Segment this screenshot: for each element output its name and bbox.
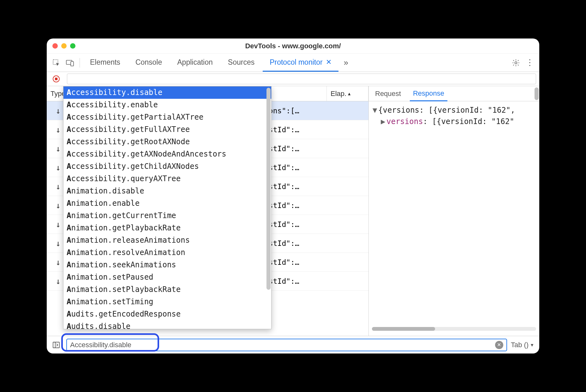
autocomplete-item[interactable]: Audits.disable: [63, 320, 271, 329]
messages-panel: Type se Elap.▲ ↓ions":[…↓estId":…↓estId"…: [47, 86, 369, 336]
autocomplete-item[interactable]: Animation.getCurrentTime: [63, 210, 271, 222]
autocomplete-item[interactable]: Accessibility.getFullAXTree: [63, 123, 271, 136]
device-toolbar-icon[interactable]: [64, 56, 76, 69]
key-hint[interactable]: Tab () ▼: [511, 341, 536, 349]
filter-bar: [47, 72, 539, 86]
main-area: Type se Elap.▲ ↓ions":[…↓estId":…↓estId"…: [47, 86, 539, 336]
autocomplete-item[interactable]: Animation.getPlaybackRate: [63, 222, 271, 234]
disclosure-open-icon[interactable]: ▼: [373, 104, 378, 116]
command-input-wrap: ✕: [66, 339, 507, 351]
elapsed-cell: [327, 234, 368, 252]
detail-tabs: Request Response: [369, 86, 539, 101]
elapsed-cell: [327, 215, 368, 234]
elapsed-cell: [327, 272, 368, 290]
more-tabs-icon[interactable]: »: [340, 56, 352, 69]
autocomplete-item[interactable]: Accessibility.enable: [63, 99, 271, 111]
autocomplete-item[interactable]: Accessibility.getRootAXNode: [63, 136, 271, 148]
elapsed-cell: [327, 196, 368, 215]
scrollbar-thumb[interactable]: [535, 87, 539, 100]
autocomplete-item[interactable]: Animation.enable: [63, 197, 271, 210]
autocomplete-item[interactable]: Animation.seekAnimations: [63, 259, 271, 271]
elapsed-cell: [327, 101, 368, 120]
horizontal-scrollbar[interactable]: [372, 327, 536, 331]
scrollbar-thumb[interactable]: [372, 327, 435, 331]
autocomplete-popup[interactable]: Accessibility.disableAccessibility.enabl…: [63, 86, 272, 329]
elapsed-cell: [327, 158, 368, 177]
col-elapsed[interactable]: Elap.▲: [327, 86, 368, 101]
autocomplete-item[interactable]: Animation.releaseAnimations: [63, 234, 271, 246]
clear-input-icon[interactable]: ✕: [495, 341, 503, 349]
elapsed-cell: [327, 177, 368, 196]
tab-request[interactable]: Request: [372, 86, 404, 101]
response-tree[interactable]: ▼{versions: [{versionId: "162", ▶version…: [369, 101, 539, 130]
window-title: DevTools - www.google.com/: [47, 42, 539, 50]
command-input[interactable]: [70, 341, 495, 349]
inspect-element-icon[interactable]: [50, 56, 63, 69]
disclosure-closed-icon[interactable]: ▶: [381, 116, 386, 127]
svg-rect-6: [53, 342, 59, 348]
tab-application[interactable]: Application: [170, 54, 220, 72]
autocomplete-item[interactable]: Animation.setTiming: [63, 296, 271, 308]
autocomplete-item[interactable]: Animation.setPlaybackRate: [63, 283, 271, 296]
minimize-window-button[interactable]: [61, 43, 67, 49]
tab-protocol-monitor[interactable]: Protocol monitor ✕: [263, 54, 338, 72]
autocomplete-item[interactable]: Audits.getEncodedResponse: [63, 308, 271, 320]
autocomplete-item[interactable]: Accessibility.getChildAXNodes: [63, 160, 271, 173]
svg-rect-2: [71, 62, 74, 66]
chevron-down-icon: ▼: [530, 342, 534, 347]
zoom-window-button[interactable]: [70, 43, 75, 49]
autocomplete-item[interactable]: Accessibility.getAXNodeAndAncestors: [63, 148, 271, 160]
details-panel: Request Response ▼{versions: [{versionId…: [369, 86, 539, 336]
divider: [80, 58, 80, 68]
command-bar: ✕ Tab () ▼: [47, 336, 539, 353]
svg-rect-5: [55, 78, 57, 80]
filter-input[interactable]: [67, 74, 536, 84]
tab-console[interactable]: Console: [129, 54, 169, 72]
panel-tabbar: Elements Console Application Sources Pro…: [47, 54, 539, 72]
devtools-window: DevTools - www.google.com/ Elements Cons…: [47, 39, 539, 353]
settings-gear-icon[interactable]: [510, 56, 522, 69]
autocomplete-item[interactable]: Accessibility.disable: [63, 86, 271, 99]
tab-sources[interactable]: Sources: [221, 54, 261, 72]
autocomplete-item[interactable]: Animation.disable: [63, 185, 271, 197]
close-window-button[interactable]: [52, 43, 58, 49]
tab-response[interactable]: Response: [410, 86, 447, 101]
autocomplete-item[interactable]: Accessibility.getPartialAXTree: [63, 111, 271, 123]
autocomplete-item[interactable]: Animation.resolveAnimation: [63, 246, 271, 259]
traffic-lights: [52, 43, 75, 49]
kebab-menu-icon[interactable]: ⋮: [523, 56, 536, 69]
close-tab-icon[interactable]: ✕: [326, 58, 332, 66]
autocomplete-item[interactable]: Animation.setPaused: [63, 271, 271, 283]
sort-asc-icon: ▲: [347, 91, 351, 96]
elapsed-cell: [327, 253, 368, 271]
autocomplete-item[interactable]: Accessibility.queryAXTree: [63, 173, 271, 185]
scrollbar-thumb[interactable]: [266, 88, 271, 290]
tab-elements[interactable]: Elements: [83, 54, 127, 72]
record-button-icon[interactable]: [50, 73, 63, 85]
toggle-sidebar-icon[interactable]: [50, 339, 63, 351]
svg-point-3: [515, 62, 517, 64]
elapsed-cell: [327, 139, 368, 158]
elapsed-cell: [327, 120, 368, 139]
titlebar: DevTools - www.google.com/: [47, 39, 539, 54]
